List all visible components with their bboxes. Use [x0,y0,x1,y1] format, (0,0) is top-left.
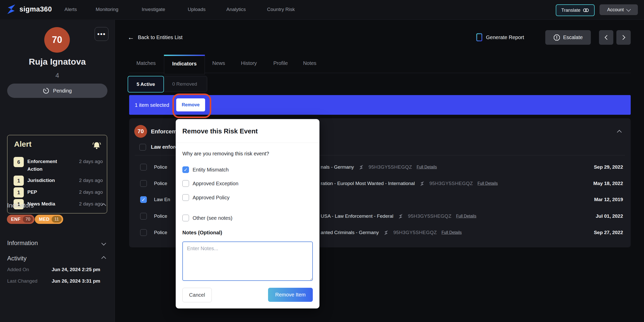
indicators-section-header[interactable]: Indicators [7,202,105,209]
full-details-link[interactable]: Full Details [441,230,462,235]
full-details-link[interactable]: Full Details [417,165,437,169]
option-label[interactable]: Other (see notes) [193,215,232,221]
row-right-fragment: nals - Germany 95H3GY5SHEGQZ Full Detail… [321,163,437,171]
tab-indicators[interactable]: Indicators [164,55,205,74]
modal-divider [176,143,319,143]
option-label[interactable]: Approved Exception [193,181,238,187]
risk-score-badge: 70 [44,27,70,53]
row-date: Mar 12, 2019 [594,197,623,202]
pill-label: MED [39,217,50,222]
tab-profile[interactable]: Profile [272,60,290,66]
row-id: 95H3GY5SHEGQZ [369,164,412,170]
activity-section-header[interactable]: Activity [7,255,105,262]
modal-question: Why are you removing this risk event? [182,151,269,157]
nav-uploads[interactable]: Uploads [188,7,206,12]
entity-sidebar: ••• 70 Ruja Ignatova 4 Pending Alert 6 [0,19,115,322]
activity-value: Jun 24, 2024 2:25 pm [52,267,100,272]
sigma360-id-icon [359,165,364,170]
row-checkbox-checked[interactable]: ✓ [140,196,147,203]
notes-textarea[interactable] [182,241,313,281]
tab-notes[interactable]: Notes [302,60,318,66]
row-checkbox[interactable] [140,164,147,170]
row-checkbox[interactable] [140,229,147,236]
alert-item-time: 2 days ago [79,159,103,164]
information-title: Information [7,239,38,247]
tab-history[interactable]: History [239,60,259,66]
filter-removed-button[interactable]: 0 Removed [162,76,207,92]
row-date: May 18, 2022 [593,181,623,186]
full-details-link[interactable]: Full Details [478,181,498,186]
translate-icon [583,8,589,12]
option-label[interactable]: Entity Mismatch [193,167,229,173]
remove-item-label: Remove Item [275,292,306,298]
nav-investigate[interactable]: Investigate [142,7,165,12]
alert-title: Alert [14,140,31,148]
escalate-label: Escalate [563,34,583,40]
sigma360-id-icon [419,181,425,186]
group-score-value: 70 [138,128,144,135]
translate-label: Translate [561,8,580,13]
back-to-entities-link[interactable]: ← Back to Entities List [128,33,183,42]
notes-label: Notes (Optional) [182,230,222,236]
chevron-down-icon [626,7,631,12]
alert-count-badge: 6 [14,157,24,167]
remove-item-button[interactable]: Remove Item [268,288,313,302]
full-details-link[interactable]: Full Details [456,214,476,218]
escalate-button[interactable]: Escalate [545,30,591,45]
row-checkbox[interactable] [140,180,147,187]
translate-button[interactable]: Translate [556,4,595,16]
option-checkbox-entity-mismatch[interactable]: ✓ [182,166,189,173]
nav-country-risk[interactable]: Country Risk [267,7,295,12]
status-label: Pending [53,88,72,94]
tab-indicators-label: Indicators [164,61,205,67]
risk-score-value: 70 [52,34,62,45]
pill-label: ENF [11,217,21,222]
tab-news[interactable]: News [211,60,226,66]
activity-label: Added On [7,267,29,272]
group-score-badge: 70 [134,125,147,138]
row-checkbox[interactable] [140,213,147,220]
row-date: Sep 29, 2022 [594,164,623,170]
filter-active-button[interactable]: 5 Active [128,76,164,93]
row-id: 95H3GY5SHEGQZ [408,213,451,219]
chevron-left-icon [605,35,609,40]
row-label-fragment: Police [154,213,167,219]
nav-alerts[interactable]: Alerts [64,7,77,12]
generate-report-button[interactable]: Generate Report [476,32,524,42]
row-label-fragment: Police [154,230,167,235]
select-all-checkbox[interactable] [139,144,146,151]
account-button[interactable]: Account [599,4,638,15]
next-entity-button[interactable] [616,30,631,45]
row-label-fragment: Law En [154,197,170,202]
clock-icon [43,87,49,94]
pill-count: 11 [52,216,62,223]
alert-item-time: 2 days ago [79,178,103,183]
option-checkbox-approved-policy[interactable] [182,194,189,201]
cancel-button[interactable]: Cancel [182,288,212,302]
entity-name: Ruja Ignatova [0,57,115,67]
option-label[interactable]: Approved Policy [193,195,230,201]
option-checkbox-approved-exception[interactable] [182,180,189,187]
row-date: Jul 01, 2022 [596,213,623,219]
nav-analytics[interactable]: Analytics [226,7,246,12]
row-right-fragment: USA - Law Enforcement - Federal 95H3GY5S… [321,212,476,220]
arrow-left-icon: ← [128,33,134,41]
bell-icon [92,140,102,150]
app-root: sigma360 Alerts Monitoring Investigate U… [0,0,644,322]
modal-title: Remove this Risk Event [182,127,258,135]
brand-logo[interactable]: sigma360 [6,4,52,15]
collapse-group-chevron-icon[interactable] [617,130,621,134]
selection-count-text: 1 item selected [135,102,169,108]
nav-monitoring[interactable]: Monitoring [96,7,118,12]
prev-entity-button[interactable] [599,30,613,45]
active-tab-accent [164,55,205,56]
row-id: 95H3GY5SHEGQZ [429,181,473,186]
annotation-highlight-ring [172,94,211,118]
more-actions-button[interactable]: ••• [95,27,108,41]
brand-name: sigma360 [19,5,52,13]
information-section-header[interactable]: Information [7,239,105,247]
tab-matches[interactable]: Matches [134,60,158,66]
sigma360-id-icon [398,214,403,219]
option-checkbox-other[interactable] [182,215,189,221]
status-pending-button[interactable]: Pending [7,84,107,98]
